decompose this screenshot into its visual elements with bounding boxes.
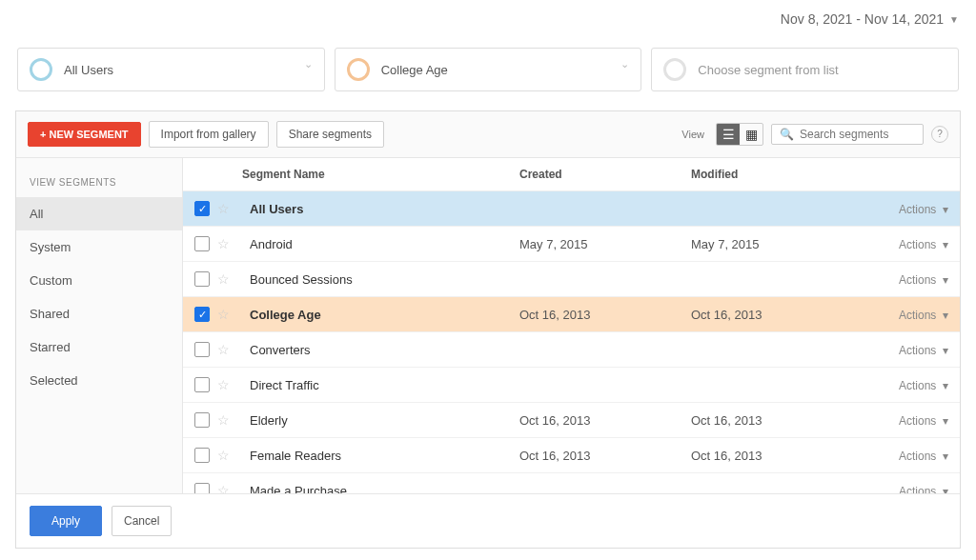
ring-icon <box>30 58 52 81</box>
pill-label: Choose segment from list <box>698 63 838 77</box>
segment-name: Bounced Sessions <box>250 272 353 287</box>
segment-name: All Users <box>250 202 303 216</box>
segment-name: Elderly <box>250 413 288 428</box>
actions-dropdown[interactable]: Actions ▾ <box>899 309 948 322</box>
actions-dropdown[interactable]: Actions ▾ <box>899 238 948 251</box>
star-icon[interactable]: ☆ <box>217 412 230 428</box>
table-row[interactable]: ☆ Android May 7, 2015 May 7, 2015 Action… <box>183 227 960 262</box>
modified-cell: Oct 16, 2013 <box>691 449 863 463</box>
help-icon[interactable]: ? <box>931 126 948 143</box>
table-row[interactable]: ☆ Direct Traffic Actions ▾ <box>183 368 960 403</box>
row-checkbox[interactable] <box>194 236 210 251</box>
chevron-down-icon: ⌄ <box>304 58 313 70</box>
sidebar-item[interactable]: System <box>16 230 182 264</box>
share-button[interactable]: Share segments <box>276 121 384 148</box>
row-checkbox[interactable] <box>194 377 210 392</box>
sidebar-item[interactable]: All <box>16 197 182 230</box>
table-header: Segment Name Created Modified <box>183 158 960 191</box>
star-icon[interactable]: ☆ <box>217 448 230 463</box>
star-icon[interactable]: ☆ <box>217 201 230 216</box>
sidebar-item[interactable]: Shared <box>16 297 182 330</box>
created-cell: Oct 16, 2013 <box>519 449 691 463</box>
segment-name: Direct Traffic <box>250 378 319 392</box>
star-icon[interactable]: ☆ <box>217 377 230 392</box>
created-cell: Oct 16, 2013 <box>519 308 691 322</box>
segments-table: Segment Name Created Modified ✓ ☆ All Us… <box>183 158 960 493</box>
actions-dropdown[interactable]: Actions ▾ <box>899 203 948 216</box>
actions-dropdown[interactable]: Actions ▾ <box>899 450 948 463</box>
footer: Apply Cancel <box>16 493 960 548</box>
segment-name: Made a Purchase <box>250 484 347 494</box>
segment-pill[interactable]: All Users ⌄ <box>17 48 325 91</box>
search-icon: 🔍 <box>780 128 794 141</box>
star-icon[interactable]: ☆ <box>217 307 230 322</box>
sidebar-item[interactable]: Selected <box>16 364 182 397</box>
pill-label: All Users <box>64 63 113 77</box>
star-icon[interactable]: ☆ <box>217 342 230 357</box>
date-range-picker[interactable]: Nov 8, 2021 - Nov 14, 2021 ▼ <box>781 11 959 27</box>
table-row[interactable]: ☆ Elderly Oct 16, 2013 Oct 16, 2013 Acti… <box>183 403 960 438</box>
search-input[interactable] <box>800 128 915 141</box>
segment-name: Female Readers <box>250 449 341 463</box>
view-label: View <box>681 129 704 140</box>
apply-button[interactable]: Apply <box>30 506 102 536</box>
table-row[interactable]: ✓ ☆ All Users Actions ▾ <box>183 191 960 227</box>
segments-panel: + NEW SEGMENT Import from gallery Share … <box>15 110 961 549</box>
star-icon[interactable]: ☆ <box>217 271 230 287</box>
table-row[interactable]: ✓ ☆ College Age Oct 16, 2013 Oct 16, 201… <box>183 297 960 332</box>
toolbar: + NEW SEGMENT Import from gallery Share … <box>16 111 960 158</box>
chevron-down-icon: ⌄ <box>620 58 629 70</box>
import-button[interactable]: Import from gallery <box>149 121 269 148</box>
row-checkbox[interactable] <box>194 271 210 287</box>
actions-dropdown[interactable]: Actions ▾ <box>899 485 948 494</box>
pill-label: College Age <box>381 63 448 77</box>
sidebar: VIEW SEGMENTS AllSystemCustomSharedStarr… <box>16 158 183 493</box>
row-checkbox[interactable]: ✓ <box>194 201 210 216</box>
actions-dropdown[interactable]: Actions ▾ <box>899 379 948 392</box>
ring-icon <box>347 58 370 81</box>
modified-cell: Oct 16, 2013 <box>691 308 863 322</box>
segment-name: College Age <box>250 308 321 322</box>
created-cell: Oct 16, 2013 <box>519 413 691 428</box>
table-row[interactable]: ☆ Female Readers Oct 16, 2013 Oct 16, 20… <box>183 438 960 473</box>
actions-dropdown[interactable]: Actions ▾ <box>899 414 948 428</box>
segment-pill[interactable]: Choose segment from list <box>651 48 959 91</box>
col-name: Segment Name <box>242 168 519 181</box>
table-row[interactable]: ☆ Made a Purchase Actions ▾ <box>183 473 960 493</box>
view-list-icon[interactable]: ☰ <box>717 124 740 145</box>
caret-down-icon: ▼ <box>949 14 959 25</box>
segment-pill[interactable]: College Age ⌄ <box>335 48 642 91</box>
row-checkbox[interactable] <box>194 448 210 463</box>
col-created: Created <box>519 168 691 181</box>
new-segment-button[interactable]: + NEW SEGMENT <box>28 122 141 147</box>
col-modified: Modified <box>691 168 863 181</box>
actions-dropdown[interactable]: Actions ▾ <box>899 344 948 357</box>
modified-cell: May 7, 2015 <box>691 237 863 251</box>
row-checkbox[interactable] <box>194 412 210 428</box>
actions-dropdown[interactable]: Actions ▾ <box>899 273 948 287</box>
cancel-button[interactable]: Cancel <box>112 506 172 536</box>
segment-name: Android <box>250 237 293 251</box>
sidebar-item[interactable]: Starred <box>16 330 182 364</box>
table-row[interactable]: ☆ Bounced Sessions Actions ▾ <box>183 262 960 297</box>
row-checkbox[interactable] <box>194 342 210 357</box>
segment-name: Converters <box>250 343 311 357</box>
date-range-text: Nov 8, 2021 - Nov 14, 2021 <box>781 11 944 27</box>
view-grid-icon[interactable]: ▦ <box>740 124 762 145</box>
modified-cell: Oct 16, 2013 <box>691 413 863 428</box>
segment-pills: All Users ⌄ College Age ⌄ Choose segment… <box>0 38 976 110</box>
table-row[interactable]: ☆ Converters Actions ▾ <box>183 332 960 368</box>
created-cell: May 7, 2015 <box>519 237 691 251</box>
sidebar-heading: VIEW SEGMENTS <box>16 164 182 197</box>
star-icon[interactable]: ☆ <box>217 483 230 493</box>
row-checkbox[interactable]: ✓ <box>194 307 210 322</box>
search-box[interactable]: 🔍 <box>771 124 924 145</box>
row-checkbox[interactable] <box>194 483 210 493</box>
sidebar-item[interactable]: Custom <box>16 264 182 297</box>
ring-icon <box>663 58 686 81</box>
star-icon[interactable]: ☆ <box>217 236 230 251</box>
view-toggle: ☰ ▦ <box>716 123 763 146</box>
